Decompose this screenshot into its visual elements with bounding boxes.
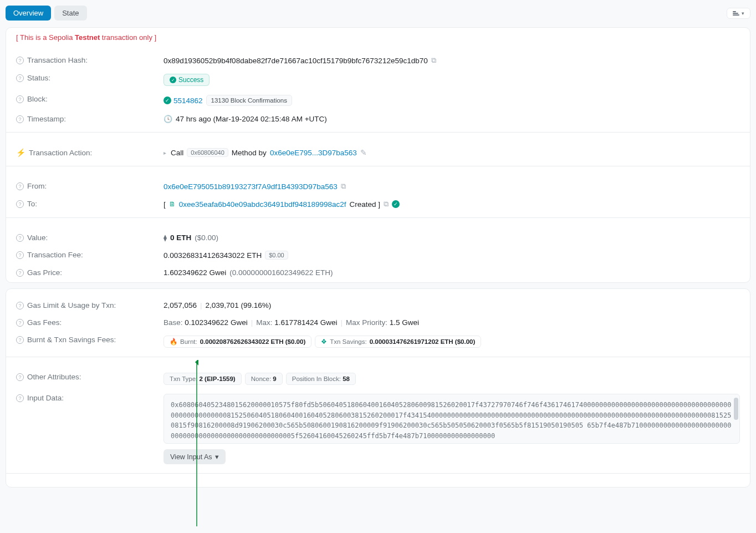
help-icon: ?	[16, 394, 24, 402]
check-icon: ✓	[392, 200, 400, 208]
confirmations-pill: 13130 Block Confirmations	[206, 95, 292, 106]
attr-position: Position In Block: 58	[286, 373, 356, 385]
input-data-box[interactable]: 0x6080604052348015620000010575f80fd5b506…	[164, 394, 740, 444]
txfee-eth: 0.003268314126343022 ETH	[164, 251, 262, 260]
display-options-button[interactable]: ▾	[727, 8, 750, 19]
help-icon: ?	[16, 251, 24, 259]
gas-limit: 2,057,056	[164, 301, 197, 309]
label-timestamp: Timestamp:	[27, 115, 66, 123]
gasprice-gwei: 1.602349622 Gwei	[164, 268, 226, 277]
help-icon: ?	[16, 115, 24, 123]
help-icon: ?	[16, 182, 24, 190]
action-method: 0x60806040	[187, 148, 228, 157]
savings-icon: ❖	[321, 338, 327, 346]
chevron-down-icon: ▾	[742, 11, 744, 16]
gas-used: 2,039,701 (99.16%)	[206, 301, 272, 309]
label-from: From:	[27, 182, 47, 190]
attr-txtype: Txn Type: 2 (EIP-1559)	[164, 373, 242, 385]
tab-state[interactable]: State	[54, 6, 86, 21]
value-eth: 0 ETH	[170, 233, 191, 242]
help-icon: ?	[16, 200, 24, 208]
label-gaslimit: Gas Limit & Usage by Txn:	[27, 301, 116, 309]
label-status: Status:	[27, 74, 50, 82]
copy-icon[interactable]: ⧉	[384, 200, 389, 209]
block-link[interactable]: 5514862	[164, 97, 203, 105]
label-txhash: Transaction Hash:	[27, 56, 88, 64]
value-usd: ($0.00)	[195, 233, 218, 242]
label-to: To:	[27, 200, 37, 208]
bolt-icon: ⚡	[16, 148, 25, 157]
help-icon: ?	[16, 234, 24, 242]
gasprice-eth: (0.000000001602349622 ETH)	[229, 268, 333, 277]
action-by-link[interactable]: 0x6e0eE795...3D97ba563	[270, 149, 357, 157]
help-icon: ?	[16, 95, 24, 103]
chevron-down-icon: ▾	[215, 453, 219, 461]
value-txhash: 0x89d1936052b9b4f08dabe82f7de71667ac10cf…	[164, 57, 428, 65]
value-timestamp: 47 hrs ago (Mar-19-2024 02:15:48 AM +UTC…	[176, 115, 327, 123]
to-prefix: [	[164, 200, 166, 209]
clock-icon: 🕓	[164, 115, 172, 123]
status-badge: Success	[164, 74, 210, 86]
to-link[interactable]: 0xee35eafa6b40e09abdc36491bdf948189998ac…	[179, 200, 346, 209]
gasfee-max: 1.617781424 Gwei	[274, 318, 337, 327]
to-created: Created ]	[350, 200, 381, 209]
label-inputdata: Input Data:	[27, 394, 64, 402]
view-input-as-button[interactable]: View Input As ▾	[164, 449, 226, 464]
help-icon: ?	[16, 269, 24, 277]
gasfee-base: 0.102349622 Gwei	[185, 318, 247, 327]
label-block: Block:	[27, 95, 48, 103]
help-icon: ?	[16, 319, 24, 327]
tab-overview[interactable]: Overview	[6, 6, 51, 21]
label-txaction: Transaction Action:	[29, 149, 92, 157]
label-txfee: Transaction Fee:	[27, 251, 83, 259]
label-value: Value:	[27, 233, 48, 242]
action-call: Call	[171, 149, 183, 157]
fire-icon: 🔥	[170, 338, 177, 346]
pencil-icon[interactable]: ✎	[360, 148, 367, 157]
scrollbar-thumb[interactable]	[734, 398, 738, 420]
savings-badge: ❖ Txn Savings: 0.000031476261971202 ETH …	[315, 336, 481, 348]
eth-icon: ⧫	[164, 234, 167, 242]
testnet-notice: [ This is a Sepolia Testnet transaction …	[6, 28, 750, 44]
help-icon: ?	[16, 302, 24, 309]
label-gasfees: Gas Fees:	[27, 318, 62, 327]
gasfee-priority: 1.5 Gwei	[390, 318, 419, 327]
help-icon: ?	[16, 57, 24, 64]
action-method-by: Method by	[232, 149, 267, 157]
txfee-usd: $0.00	[265, 251, 288, 260]
list-icon	[733, 11, 739, 16]
label-gasprice: Gas Price:	[27, 268, 62, 277]
copy-icon[interactable]: ⧉	[431, 56, 436, 65]
caret-icon: ▸	[164, 150, 166, 156]
attr-nonce: Nonce: 9	[245, 373, 283, 385]
label-burnt: Burnt & Txn Savings Fees:	[27, 336, 116, 344]
label-other: Other Attributes:	[27, 373, 81, 381]
from-link[interactable]: 0x6e0eE795051b89193273f7A9df1B4393D97ba5…	[164, 182, 338, 191]
contract-icon: 🗎	[169, 200, 176, 208]
burnt-badge: 🔥 Burnt: 0.000208762626343022 ETH ($0.00…	[164, 336, 311, 348]
help-icon: ?	[16, 336, 24, 344]
copy-icon[interactable]: ⧉	[341, 182, 346, 191]
help-icon: ?	[16, 74, 24, 82]
help-icon: ?	[16, 373, 24, 381]
